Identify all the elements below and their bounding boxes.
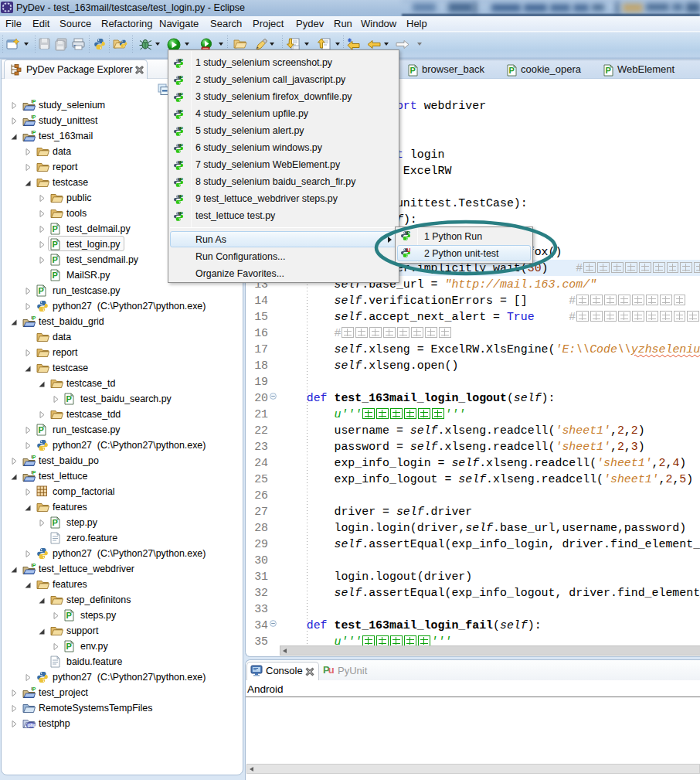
svg-text:P: P	[179, 126, 183, 131]
svg-text:U: U	[406, 247, 410, 253]
svg-text:P: P	[606, 66, 611, 75]
svg-text:P: P	[179, 75, 183, 80]
svg-text:P: P	[179, 109, 183, 114]
svg-text:P: P	[179, 194, 183, 199]
svg-text:P: P	[179, 177, 183, 182]
svg-text:P: P	[410, 66, 416, 75]
svg-text:P: P	[179, 92, 183, 97]
svg-text:P: P	[179, 143, 183, 148]
svg-text:P: P	[179, 211, 183, 216]
svg-text:P: P	[179, 58, 183, 63]
svg-text:P: P	[179, 160, 183, 165]
svg-text:P: P	[509, 66, 515, 75]
svg-text:P: P	[406, 230, 410, 236]
